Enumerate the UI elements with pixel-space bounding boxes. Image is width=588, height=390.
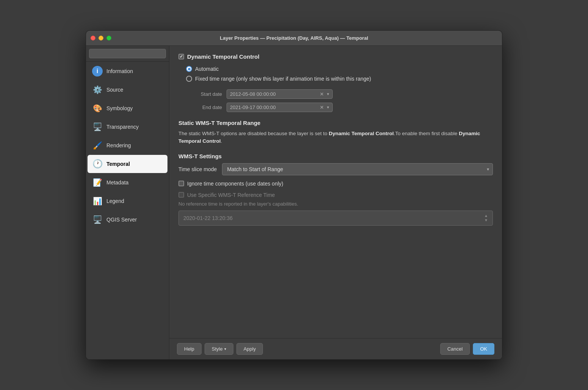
static-section-desc: The static WMS-T options are disabled be… bbox=[178, 130, 493, 145]
panel-content: Dynamic Temporal Control Automatic Fixed… bbox=[169, 46, 502, 338]
start-date-input[interactable]: 2012-05-08 00:00:00 ✕ ▾ bbox=[227, 89, 333, 99]
sidebar-label-symbology: Symbology bbox=[106, 105, 133, 111]
dtc-label: Dynamic Temporal Control bbox=[187, 53, 260, 60]
ref-input-wrap: 2020-01-22 13:20:36 ▲ ▼ bbox=[178, 211, 493, 226]
ignore-checkbox[interactable] bbox=[178, 181, 184, 186]
help-button[interactable]: Help bbox=[177, 343, 202, 355]
titlebar: Layer Properties — Precipitation (Day, A… bbox=[86, 31, 502, 46]
time-slice-select-wrap: Match to Start of Range Match to End of … bbox=[222, 163, 493, 175]
end-date-input[interactable]: 2021-09-17 00:00:00 ✕ ▾ bbox=[227, 103, 333, 112]
ref-arrows: ▲ ▼ bbox=[484, 214, 488, 222]
ignore-label: Ignore time components (use dates only) bbox=[187, 181, 283, 187]
sidebar-label-temporal: Temporal bbox=[106, 161, 130, 167]
ref-arrow-up-icon[interactable]: ▲ bbox=[484, 214, 488, 218]
static-desc-bold1: Dynamic Temporal Control bbox=[329, 131, 394, 136]
sidebar-item-information[interactable]: i Information bbox=[88, 62, 167, 80]
ref-time-label: Use Specific WMS-T Reference Time bbox=[187, 192, 275, 198]
traffic-lights bbox=[91, 36, 111, 41]
cancel-button[interactable]: Cancel bbox=[440, 343, 470, 355]
radio-fixed-row: Fixed time range (only show this layer i… bbox=[186, 76, 493, 82]
ref-desc: No reference time is reported in the lay… bbox=[178, 201, 493, 207]
sidebar-label-qgis-server: QGIS Server bbox=[106, 217, 137, 223]
sidebar-item-symbology[interactable]: 🎨 Symbology bbox=[88, 99, 167, 117]
end-date-value: 2021-09-17 00:00:00 bbox=[230, 105, 317, 110]
panel: Dynamic Temporal Control Automatic Fixed… bbox=[169, 46, 502, 359]
source-icon: ⚙️ bbox=[92, 84, 103, 95]
style-button[interactable]: Style ▾ bbox=[205, 343, 233, 355]
search-bar bbox=[86, 46, 169, 62]
ignore-row: Ignore time components (use dates only) bbox=[178, 181, 493, 187]
sidebar-label-metadata: Metadata bbox=[106, 179, 128, 186]
sidebar: i Information ⚙️ Source 🎨 Symbology 🖥️ T… bbox=[86, 46, 169, 359]
start-date-row: Start date 2012-05-08 00:00:00 ✕ ▾ bbox=[194, 89, 493, 99]
radio-group: Automatic Fixed time range (only show th… bbox=[186, 66, 493, 82]
sidebar-item-rendering[interactable]: 🖌️ Rendering bbox=[88, 136, 167, 154]
transparency-icon: 🖥️ bbox=[92, 122, 103, 132]
radio-fixed[interactable] bbox=[186, 76, 192, 82]
legend-icon: 📊 bbox=[92, 196, 103, 206]
ref-arrow-down-icon[interactable]: ▼ bbox=[484, 218, 488, 222]
start-date-clear-icon[interactable]: ✕ bbox=[320, 91, 324, 97]
sidebar-items: i Information ⚙️ Source 🎨 Symbology 🖥️ T… bbox=[86, 62, 169, 359]
rendering-icon: 🖌️ bbox=[92, 140, 103, 151]
style-label: Style bbox=[212, 346, 223, 352]
static-desc-part3: . bbox=[221, 138, 222, 144]
footer: Help Style ▾ Apply Cancel OK bbox=[169, 338, 502, 359]
minimize-button[interactable] bbox=[99, 36, 103, 41]
sidebar-item-legend[interactable]: 📊 Legend bbox=[88, 192, 167, 210]
sidebar-label-information: Information bbox=[106, 68, 133, 74]
main-content: i Information ⚙️ Source 🎨 Symbology 🖥️ T… bbox=[86, 46, 502, 359]
sidebar-item-metadata[interactable]: 📝 Metadata bbox=[88, 173, 167, 192]
dtc-checkbox[interactable] bbox=[178, 54, 184, 59]
time-slice-label: Time slice mode bbox=[178, 166, 217, 172]
ref-time-row: Use Specific WMS-T Reference Time bbox=[178, 192, 493, 198]
dtc-row: Dynamic Temporal Control bbox=[178, 53, 493, 60]
time-slice-select[interactable]: Match to Start of Range Match to End of … bbox=[222, 163, 493, 175]
static-desc-part1: The static WMS-T options are disabled be… bbox=[178, 131, 329, 136]
window-title: Layer Properties — Precipitation (Day, A… bbox=[220, 35, 368, 41]
ref-time-checkbox[interactable] bbox=[178, 192, 184, 198]
sidebar-item-source[interactable]: ⚙️ Source bbox=[88, 81, 167, 99]
radio-fixed-label: Fixed time range (only show this layer i… bbox=[195, 76, 371, 82]
main-window: Layer Properties — Precipitation (Day, A… bbox=[86, 30, 502, 360]
radio-automatic-label: Automatic bbox=[195, 66, 219, 72]
end-date-clear-icon[interactable]: ✕ bbox=[320, 105, 324, 110]
end-date-dropdown-icon[interactable]: ▾ bbox=[327, 105, 329, 110]
style-arrow-icon: ▾ bbox=[224, 347, 226, 351]
sidebar-label-source: Source bbox=[106, 87, 123, 93]
radio-automatic-row: Automatic bbox=[186, 66, 493, 72]
footer-right: Cancel OK bbox=[440, 343, 494, 355]
ok-button[interactable]: OK bbox=[473, 343, 494, 355]
server-icon: 🖥️ bbox=[92, 214, 103, 225]
sidebar-label-rendering: Rendering bbox=[106, 142, 131, 148]
search-input[interactable] bbox=[89, 49, 166, 58]
clock-icon: 🕐 bbox=[92, 159, 103, 169]
close-button[interactable] bbox=[91, 36, 95, 41]
date-fields: Start date 2012-05-08 00:00:00 ✕ ▾ End d… bbox=[194, 89, 493, 112]
wmst-section-heading: WMS-T Settings bbox=[178, 153, 493, 159]
sidebar-item-transparency[interactable]: 🖥️ Transparency bbox=[88, 118, 167, 136]
information-icon: i bbox=[92, 66, 103, 76]
footer-left: Help Style ▾ Apply bbox=[177, 343, 263, 355]
static-section-heading: Static WMS-T Temporal Range bbox=[178, 120, 493, 126]
apply-button[interactable]: Apply bbox=[236, 343, 263, 355]
start-date-value: 2012-05-08 00:00:00 bbox=[230, 91, 317, 97]
ref-value: 2020-01-22 13:20:36 bbox=[183, 215, 233, 221]
time-slice-row: Time slice mode Match to Start of Range … bbox=[178, 163, 493, 175]
start-date-dropdown-icon[interactable]: ▾ bbox=[327, 92, 329, 97]
end-date-label: End date bbox=[194, 105, 222, 110]
maximize-button[interactable] bbox=[106, 36, 111, 41]
metadata-icon: 📝 bbox=[92, 177, 103, 188]
sidebar-label-transparency: Transparency bbox=[106, 124, 139, 130]
static-desc-part2: .To enable them first disable bbox=[394, 131, 459, 136]
start-date-label: Start date bbox=[194, 91, 222, 97]
end-date-row: End date 2021-09-17 00:00:00 ✕ ▾ bbox=[194, 103, 493, 112]
sidebar-item-temporal[interactable]: 🕐 Temporal bbox=[88, 155, 167, 173]
symbology-icon: 🎨 bbox=[92, 103, 103, 114]
sidebar-label-legend: Legend bbox=[106, 198, 124, 204]
sidebar-item-qgis-server[interactable]: 🖥️ QGIS Server bbox=[88, 211, 167, 229]
radio-automatic[interactable] bbox=[186, 66, 192, 72]
